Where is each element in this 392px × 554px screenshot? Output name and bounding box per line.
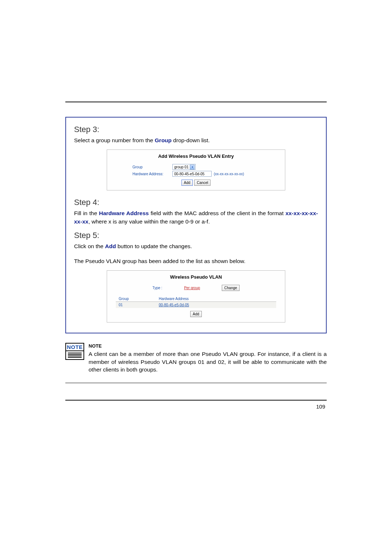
table-row: 01 00-80-45-e5-0d-05 [116, 302, 276, 308]
cell-hw-link[interactable]: 00-80-45-e5-0d-05 [159, 303, 189, 307]
add-button-2[interactable]: Add [190, 311, 202, 317]
step3-text-bold: Group [155, 137, 172, 143]
step3-text: Select a group number from the Group dro… [74, 136, 318, 144]
note-block: NOTE NOTE A client can be a member of mo… [65, 343, 327, 373]
step4-seg2: field with the MAC address of the client… [149, 210, 285, 216]
note-icon-label: NOTE [65, 343, 84, 351]
col-group: Group [116, 296, 156, 302]
step5-seg2: button to update the changes. [116, 243, 192, 249]
add-entry-buttons: Add Cancel [118, 180, 274, 186]
rule-top [65, 102, 327, 102]
hw-label: Hardware Address: [118, 172, 172, 176]
cancel-button[interactable]: Cancel [194, 180, 211, 186]
vlan-table: Group Hardware Address 01 00-80-45-e5-0d… [116, 296, 276, 308]
step4-text: Fill in the Hardware Address field with … [74, 209, 318, 226]
col-hw: Hardware Address [156, 296, 277, 302]
add-entry-panel: Add Wireless Pseudo VLAN Entry Group gro… [107, 149, 285, 190]
rule-under-note [65, 383, 327, 383]
note-icon-lines [65, 351, 84, 360]
hw-input[interactable] [172, 171, 212, 177]
hw-row: Hardware Address: (xx-xx-xx-xx-xx-xx) [118, 171, 274, 177]
note-icon: NOTE [65, 343, 84, 360]
type-label: Type : [152, 286, 162, 290]
step3-text-pre: Select a group number from the [74, 137, 155, 143]
step4-heading: Step 4: [74, 198, 318, 207]
group-select-value: group 01 [174, 165, 188, 169]
step4-seg3: , where x is any value within the range … [89, 218, 210, 225]
rule-footer [65, 400, 327, 401]
type-value-link[interactable]: Per group [184, 286, 200, 290]
step5-seg1: Click on the [74, 243, 105, 249]
note-heading: NOTE [89, 343, 327, 349]
step5-bold1: Add [105, 243, 116, 249]
step3-heading: Step 3: [74, 125, 318, 134]
steps-box: Step 3: Select a group number from the G… [65, 117, 327, 333]
add-button[interactable]: Add [181, 180, 193, 186]
type-row: Type : Per group Change [116, 285, 276, 291]
group-label: Group [118, 165, 172, 169]
vlan-list-buttons: Add [116, 311, 276, 317]
group-row: Group group 01 ▾ [118, 164, 274, 170]
step4-bold1: Hardware Address [99, 210, 149, 216]
step5-result: The Pseudo VLAN group has been added to … [74, 257, 318, 265]
step5-text: Click on the Add button to update the ch… [74, 242, 318, 250]
note-text: NOTE A client can be a member of more th… [89, 343, 327, 373]
step5-heading: Step 5: [74, 231, 318, 240]
add-entry-title: Add Wireless Pseudo VLAN Entry [118, 153, 274, 159]
table-header-row: Group Hardware Address [116, 296, 276, 302]
vlan-list-panel: Wireless Pseudo VLAN Type : Per group Ch… [107, 270, 285, 323]
step3-text-post: drop-down list. [172, 137, 210, 143]
group-select[interactable]: group 01 ▾ [172, 164, 196, 170]
vlan-list-title: Wireless Pseudo VLAN [116, 274, 276, 280]
hw-hint: (xx-xx-xx-xx-xx-xx) [214, 172, 244, 176]
page-number: 109 [65, 403, 327, 410]
step4-seg1: Fill in the [74, 210, 99, 216]
change-button[interactable]: Change [222, 285, 240, 291]
note-body: A client can be a member of more than on… [89, 350, 327, 373]
chevron-down-icon[interactable]: ▾ [190, 165, 195, 169]
cell-group: 01 [116, 302, 156, 308]
